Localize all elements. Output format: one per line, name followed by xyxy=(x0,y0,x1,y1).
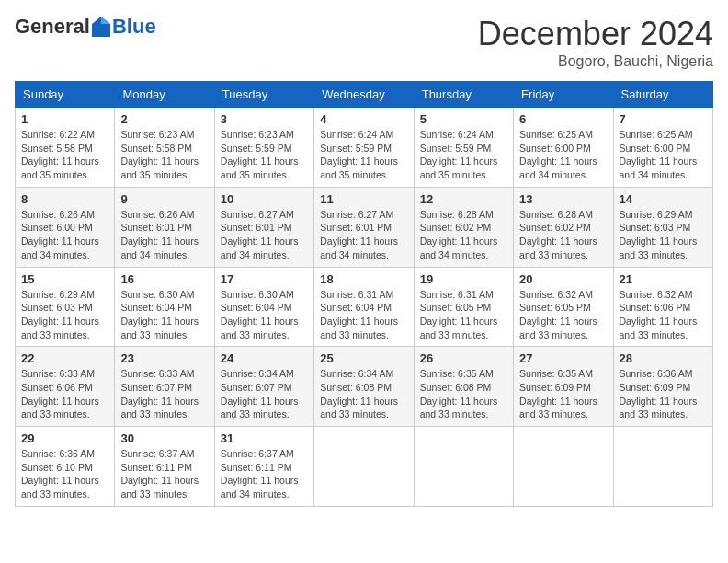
day-number: 18 xyxy=(320,272,407,286)
day-number: 2 xyxy=(120,112,208,126)
calendar-cell: 15 Sunrise: 6:29 AMSunset: 6:03 PMDaylig… xyxy=(16,267,115,347)
col-thursday: Thursday xyxy=(414,82,513,108)
day-number: 10 xyxy=(221,192,308,206)
day-number: 26 xyxy=(420,351,507,365)
day-info: Sunrise: 6:23 AMSunset: 5:59 PMDaylight:… xyxy=(221,128,308,182)
col-wednesday: Wednesday xyxy=(314,82,414,108)
calendar-cell: 16 Sunrise: 6:30 AMSunset: 6:04 PMDaylig… xyxy=(115,267,214,347)
day-info: Sunrise: 6:24 AMSunset: 5:59 PMDaylight:… xyxy=(320,128,407,182)
day-number: 28 xyxy=(620,351,707,365)
calendar-cell: 17 Sunrise: 6:30 AMSunset: 6:04 PMDaylig… xyxy=(214,267,313,347)
logo-blue-text: Blue xyxy=(112,15,156,39)
day-info: Sunrise: 6:29 AMSunset: 6:03 PMDaylight:… xyxy=(21,288,108,342)
calendar-week-3: 15 Sunrise: 6:29 AMSunset: 6:03 PMDaylig… xyxy=(16,267,713,347)
day-number: 30 xyxy=(120,431,208,445)
day-number: 20 xyxy=(519,272,607,286)
day-info: Sunrise: 6:35 AMSunset: 6:08 PMDaylight:… xyxy=(420,367,507,421)
calendar-cell: 8 Sunrise: 6:26 AMSunset: 6:00 PMDayligh… xyxy=(16,187,115,267)
day-info: Sunrise: 6:32 AMSunset: 6:06 PMDaylight:… xyxy=(620,288,707,342)
calendar-week-2: 8 Sunrise: 6:26 AMSunset: 6:00 PMDayligh… xyxy=(16,187,713,267)
calendar-cell: 13 Sunrise: 6:28 AMSunset: 6:02 PMDaylig… xyxy=(514,187,613,267)
day-info: Sunrise: 6:33 AMSunset: 6:07 PMDaylight:… xyxy=(120,367,208,421)
day-number: 6 xyxy=(519,112,607,126)
calendar-cell: 9 Sunrise: 6:26 AMSunset: 6:01 PMDayligh… xyxy=(115,187,214,267)
day-number: 23 xyxy=(120,351,208,365)
day-info: Sunrise: 6:27 AMSunset: 6:01 PMDaylight:… xyxy=(221,208,308,262)
day-number: 16 xyxy=(120,272,208,286)
calendar-cell: 18 Sunrise: 6:31 AMSunset: 6:04 PMDaylig… xyxy=(314,267,414,347)
col-friday: Friday xyxy=(514,82,613,108)
calendar-cell: 12 Sunrise: 6:28 AMSunset: 6:02 PMDaylig… xyxy=(414,187,513,267)
title-block: December 2024 Bogoro, Bauchi, Nigeria xyxy=(478,15,713,70)
day-info: Sunrise: 6:29 AMSunset: 6:03 PMDaylight:… xyxy=(620,208,707,262)
col-sunday: Sunday xyxy=(16,82,115,108)
day-number: 12 xyxy=(420,192,507,206)
calendar-cell: 29 Sunrise: 6:36 AMSunset: 6:10 PMDaylig… xyxy=(16,427,115,507)
day-number: 17 xyxy=(221,272,308,286)
col-saturday: Saturday xyxy=(613,82,712,108)
day-info: Sunrise: 6:28 AMSunset: 6:02 PMDaylight:… xyxy=(420,208,507,262)
location: Bogoro, Bauchi, Nigeria xyxy=(478,53,713,70)
day-number: 29 xyxy=(21,431,108,445)
day-number: 7 xyxy=(620,112,707,126)
day-info: Sunrise: 6:30 AMSunset: 6:04 PMDaylight:… xyxy=(221,288,308,342)
calendar-cell: 22 Sunrise: 6:33 AMSunset: 6:06 PMDaylig… xyxy=(16,347,115,427)
logo: General Blue xyxy=(15,15,156,39)
calendar-cell: 14 Sunrise: 6:29 AMSunset: 6:03 PMDaylig… xyxy=(613,187,712,267)
calendar-cell: 28 Sunrise: 6:36 AMSunset: 6:09 PMDaylig… xyxy=(613,347,712,427)
calendar-cell: 6 Sunrise: 6:25 AMSunset: 6:00 PMDayligh… xyxy=(514,108,613,188)
day-info: Sunrise: 6:26 AMSunset: 6:01 PMDaylight:… xyxy=(120,208,208,262)
calendar-cell: 24 Sunrise: 6:34 AMSunset: 6:07 PMDaylig… xyxy=(214,347,313,427)
calendar-cell: 5 Sunrise: 6:24 AMSunset: 5:59 PMDayligh… xyxy=(414,108,513,188)
day-info: Sunrise: 6:31 AMSunset: 6:04 PMDaylight:… xyxy=(320,288,407,342)
day-number: 1 xyxy=(21,112,108,126)
day-number: 4 xyxy=(320,112,407,126)
calendar-table: Sunday Monday Tuesday Wednesday Thursday… xyxy=(15,81,713,507)
logo-general-text: General xyxy=(15,15,90,39)
calendar-cell: 26 Sunrise: 6:35 AMSunset: 6:08 PMDaylig… xyxy=(414,347,513,427)
day-number: 11 xyxy=(320,192,407,206)
col-tuesday: Tuesday xyxy=(214,82,313,108)
day-info: Sunrise: 6:31 AMSunset: 6:05 PMDaylight:… xyxy=(420,288,507,342)
day-number: 25 xyxy=(320,351,407,365)
calendar-cell: 11 Sunrise: 6:27 AMSunset: 6:01 PMDaylig… xyxy=(314,187,414,267)
day-info: Sunrise: 6:28 AMSunset: 6:02 PMDaylight:… xyxy=(519,208,607,262)
day-info: Sunrise: 6:36 AMSunset: 6:10 PMDaylight:… xyxy=(21,447,108,501)
calendar-cell: 30 Sunrise: 6:37 AMSunset: 6:11 PMDaylig… xyxy=(115,427,214,507)
day-info: Sunrise: 6:34 AMSunset: 6:07 PMDaylight:… xyxy=(221,367,308,421)
calendar-cell: 31 Sunrise: 6:37 AMSunset: 6:11 PMDaylig… xyxy=(214,427,313,507)
day-info: Sunrise: 6:25 AMSunset: 6:00 PMDaylight:… xyxy=(620,128,707,182)
day-number: 27 xyxy=(519,351,607,365)
day-number: 9 xyxy=(120,192,208,206)
calendar-header-row: Sunday Monday Tuesday Wednesday Thursday… xyxy=(16,82,713,108)
day-number: 24 xyxy=(221,351,308,365)
day-number: 13 xyxy=(519,192,607,206)
day-number: 19 xyxy=(420,272,507,286)
calendar-cell: 23 Sunrise: 6:33 AMSunset: 6:07 PMDaylig… xyxy=(115,347,214,427)
day-info: Sunrise: 6:33 AMSunset: 6:06 PMDaylight:… xyxy=(21,367,108,421)
calendar-week-4: 22 Sunrise: 6:33 AMSunset: 6:06 PMDaylig… xyxy=(16,347,713,427)
calendar-cell xyxy=(613,427,712,507)
col-monday: Monday xyxy=(115,82,214,108)
calendar-cell xyxy=(414,427,513,507)
calendar-cell xyxy=(514,427,613,507)
calendar-cell: 4 Sunrise: 6:24 AMSunset: 5:59 PMDayligh… xyxy=(314,108,414,188)
day-number: 14 xyxy=(620,192,707,206)
day-info: Sunrise: 6:34 AMSunset: 6:08 PMDaylight:… xyxy=(320,367,407,421)
day-info: Sunrise: 6:30 AMSunset: 6:04 PMDaylight:… xyxy=(120,288,208,342)
day-number: 8 xyxy=(21,192,108,206)
calendar-cell: 10 Sunrise: 6:27 AMSunset: 6:01 PMDaylig… xyxy=(214,187,313,267)
calendar-cell: 3 Sunrise: 6:23 AMSunset: 5:59 PMDayligh… xyxy=(214,108,313,188)
calendar-cell: 19 Sunrise: 6:31 AMSunset: 6:05 PMDaylig… xyxy=(414,267,513,347)
day-info: Sunrise: 6:23 AMSunset: 5:58 PMDaylight:… xyxy=(120,128,208,182)
calendar-cell: 2 Sunrise: 6:23 AMSunset: 5:58 PMDayligh… xyxy=(115,108,214,188)
day-number: 21 xyxy=(620,272,707,286)
day-number: 3 xyxy=(221,112,308,126)
day-info: Sunrise: 6:22 AMSunset: 5:58 PMDaylight:… xyxy=(21,128,108,182)
day-info: Sunrise: 6:27 AMSunset: 6:01 PMDaylight:… xyxy=(320,208,407,262)
calendar-week-1: 1 Sunrise: 6:22 AMSunset: 5:58 PMDayligh… xyxy=(16,108,713,188)
calendar-week-5: 29 Sunrise: 6:36 AMSunset: 6:10 PMDaylig… xyxy=(16,427,713,507)
day-info: Sunrise: 6:35 AMSunset: 6:09 PMDaylight:… xyxy=(519,367,607,421)
calendar-cell xyxy=(314,427,414,507)
day-number: 15 xyxy=(21,272,108,286)
